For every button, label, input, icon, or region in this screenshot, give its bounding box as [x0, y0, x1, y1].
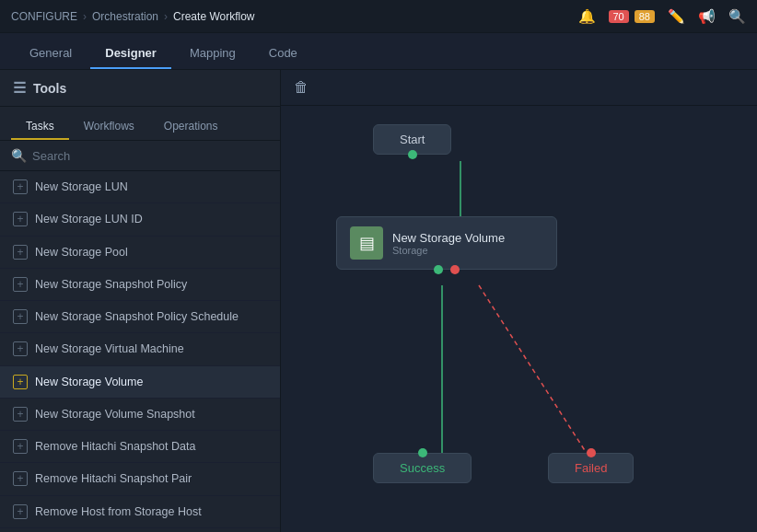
storage-node-text: New Storage Volume Storage — [392, 231, 505, 256]
add-icon: + — [13, 277, 28, 292]
node-storage[interactable]: ▤ New Storage Volume Storage — [336, 216, 557, 270]
task-label: New Storage Snapshot Policy — [35, 277, 267, 292]
add-icon: + — [13, 471, 28, 486]
tab-mapping[interactable]: Mapping — [175, 39, 250, 69]
success-dot-top — [418, 448, 427, 457]
add-icon: + — [13, 341, 28, 356]
megaphone-icon[interactable]: 📢 — [698, 8, 716, 25]
inner-tab-operations[interactable]: Operations — [149, 114, 233, 140]
breadcrumb-orchestration[interactable]: Orchestration — [92, 10, 158, 23]
menu-icon: ☰ — [13, 79, 26, 97]
task-label: Remove Hitachi Snapshot Pair — [35, 471, 267, 486]
canvas-area[interactable]: Start ▤ New Storage Volume Storage Succe… — [281, 106, 757, 529]
tools-header: ☰ Tools — [0, 70, 280, 107]
storage-dot-red — [450, 265, 460, 274]
task-item-new-storage-snapshot-policy[interactable]: + New Storage Snapshot Policy — [0, 269, 280, 301]
search-input[interactable] — [32, 149, 269, 163]
top-nav-right: 🔔 70 88 ✏️ 📢 🔍 — [578, 8, 747, 25]
task-label: New Storage Volume — [35, 375, 267, 389]
search-icon[interactable]: 🔍 — [728, 8, 746, 25]
canvas-toolbar: 🗑 — [281, 70, 757, 106]
start-label: Start — [400, 133, 425, 146]
failed-dot-top — [587, 448, 596, 457]
add-icon: + — [13, 407, 28, 422]
task-item-new-storage-virtual-machine[interactable]: + New Storage Virtual Machine — [0, 333, 280, 365]
inner-tab-tasks[interactable]: Tasks — [11, 114, 69, 140]
task-label: Remove Host from Storage Host — [35, 504, 267, 519]
tab-code[interactable]: Code — [254, 39, 312, 69]
canvas-svg — [281, 106, 757, 529]
storage-icon-box: ▤ — [350, 226, 383, 260]
trash-icon[interactable]: 🗑 — [294, 79, 309, 96]
storage-icon: ▤ — [359, 233, 375, 253]
task-label: New Storage Volume Snapshot — [35, 407, 267, 422]
task-item-remove-hitachi-snapshot-pair[interactable]: + Remove Hitachi Snapshot Pair — [0, 463, 280, 495]
task-label: New Storage Virtual Machine — [35, 341, 267, 356]
task-item-new-storage-volume[interactable]: + New Storage Volume — [0, 366, 280, 399]
add-icon: + — [13, 212, 28, 226]
canvas-panel: 🗑 Start ▤ — [281, 70, 757, 532]
breadcrumb-sep1: › — [83, 10, 87, 23]
alert-badges: 70 88 — [609, 10, 656, 23]
node-failed[interactable]: Failed — [548, 453, 634, 483]
main-content: ☰ Tools Tasks Workflows Operations 🔍 + N… — [0, 70, 757, 532]
storage-node-title: New Storage Volume — [392, 231, 505, 245]
task-item-new-storage-lun[interactable]: + New Storage LUN — [0, 171, 280, 203]
add-icon-highlighted: + — [13, 375, 28, 389]
add-icon: + — [13, 309, 28, 324]
start-dot-green — [408, 150, 417, 159]
add-icon: + — [13, 439, 28, 454]
search-row: 🔍 — [0, 141, 280, 171]
top-nav: CONFIGURE › Orchestration › Create Workf… — [0, 0, 757, 33]
breadcrumb-sep2: › — [164, 10, 168, 23]
add-icon: + — [13, 504, 28, 519]
task-list: + New Storage LUN + New Storage LUN ID +… — [0, 171, 280, 532]
svg-line-2 — [479, 285, 594, 465]
left-panel: ☰ Tools Tasks Workflows Operations 🔍 + N… — [0, 70, 281, 532]
storage-node-subtitle: Storage — [392, 245, 505, 256]
yellow-badge: 88 — [635, 10, 655, 23]
task-item-new-storage-pool[interactable]: + New Storage Pool — [0, 237, 280, 269]
task-item-new-storage-volume-snapshot[interactable]: + New Storage Volume Snapshot — [0, 399, 280, 431]
success-label: Success — [400, 461, 445, 475]
node-success[interactable]: Success — [373, 453, 472, 483]
task-label: New Storage Snapshot Policy Schedule — [35, 309, 267, 324]
bell-icon[interactable]: 🔔 — [578, 8, 596, 25]
breadcrumb-active: Create Workflow — [173, 10, 254, 23]
inner-tab-workflows[interactable]: Workflows — [69, 114, 149, 140]
edit-icon[interactable]: ✏️ — [668, 8, 685, 25]
red-badge: 70 — [609, 10, 629, 23]
inner-tabs: Tasks Workflows Operations — [0, 107, 280, 141]
breadcrumb-configure[interactable]: CONFIGURE — [11, 10, 77, 23]
breadcrumb: CONFIGURE › Orchestration › Create Workf… — [11, 10, 255, 23]
task-item-remove-host-from-storage-host[interactable]: + Remove Host from Storage Host — [0, 496, 280, 528]
search-icon-left: 🔍 — [11, 148, 27, 163]
task-label: New Storage LUN — [35, 179, 267, 194]
main-tabs: General Designer Mapping Code — [0, 33, 757, 70]
add-icon: + — [13, 179, 28, 194]
task-item-new-storage-lun-id[interactable]: + New Storage LUN ID — [0, 203, 280, 236]
failed-label: Failed — [575, 461, 607, 475]
tab-general[interactable]: General — [15, 39, 87, 69]
tools-label: Tools — [33, 81, 66, 96]
task-label: New Storage Pool — [35, 245, 267, 260]
task-label: Remove Hitachi Snapshot Data — [35, 439, 267, 454]
task-item-remove-hitachi-snapshot-data[interactable]: + Remove Hitachi Snapshot Data — [0, 431, 280, 463]
node-start[interactable]: Start — [373, 124, 451, 155]
task-label: New Storage LUN ID — [35, 212, 267, 226]
add-icon: + — [13, 245, 28, 260]
storage-dot-green — [434, 265, 443, 274]
task-item-new-storage-snapshot-policy-schedule[interactable]: + New Storage Snapshot Policy Schedule — [0, 301, 280, 333]
tab-designer[interactable]: Designer — [90, 39, 171, 69]
